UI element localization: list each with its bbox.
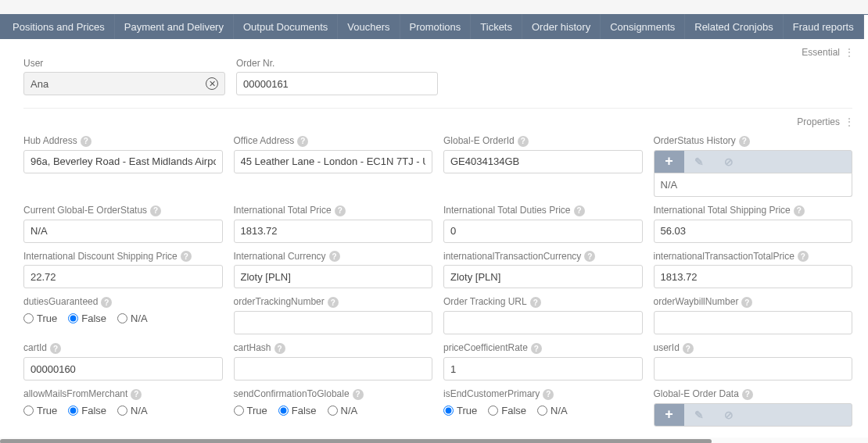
- intl-discount-ship-input[interactable]: [23, 265, 223, 288]
- user-field[interactable]: Ana ✕: [23, 72, 225, 95]
- allowmails-radios[interactable]: True False N/A: [23, 403, 223, 416]
- intl-currency-input[interactable]: [234, 265, 433, 288]
- tab-order-history[interactable]: Order history: [522, 14, 601, 39]
- delete-button-disabled: ⊘: [714, 404, 744, 426]
- allowmails-false-radio[interactable]: [68, 405, 78, 416]
- userid-input[interactable]: [654, 357, 853, 380]
- duties-na-radio[interactable]: [117, 313, 127, 323]
- sendconfirm-radios[interactable]: True False N/A: [234, 403, 433, 416]
- help-icon[interactable]: ?: [530, 297, 541, 308]
- isendcustomer-na-radio[interactable]: [537, 405, 547, 416]
- tab-positions-and-prices[interactable]: Positions and Prices: [3, 14, 115, 39]
- help-icon[interactable]: ?: [274, 343, 285, 354]
- help-icon[interactable]: ?: [518, 136, 529, 147]
- cartid-input[interactable]: [23, 357, 223, 380]
- intl-shipping-label: International Total Shipping Price?: [654, 205, 853, 216]
- isendcustomer-false-radio[interactable]: [488, 405, 498, 416]
- help-icon[interactable]: ?: [328, 297, 339, 308]
- tracking-number-input[interactable]: [234, 311, 433, 334]
- help-icon[interactable]: ?: [794, 205, 805, 216]
- help-icon[interactable]: ?: [181, 251, 192, 262]
- orderdata-label: Global-E Order Data?: [654, 388, 853, 400]
- orderdata-toolbar: + ✎ ⊘: [654, 403, 853, 427]
- duties-guaranteed-radios[interactable]: True False N/A: [23, 311, 223, 324]
- orderstatus-history-label: OrderStatus History?: [654, 135, 853, 147]
- isendcustomer-true-radio[interactable]: [443, 405, 454, 416]
- tab-payment-and-delivery[interactable]: Payment and Delivery: [115, 14, 234, 39]
- help-icon[interactable]: ?: [543, 389, 554, 400]
- globale-orderid-input[interactable]: [443, 150, 643, 173]
- tab-related-cronjobs[interactable]: Related Cronjobs: [685, 14, 783, 39]
- help-icon[interactable]: ?: [739, 136, 750, 147]
- orderstatus-history-toolbar: + ✎ ⊘: [654, 150, 853, 173]
- allowmails-label: allowMailsFromMerchant?: [23, 388, 223, 400]
- help-icon[interactable]: ?: [50, 343, 61, 354]
- allowmails-true-radio[interactable]: [23, 405, 34, 416]
- duties-true-radio[interactable]: [23, 313, 34, 323]
- office-address-label: Office Address?: [234, 135, 433, 147]
- scrollbar-thumb[interactable]: [0, 439, 712, 443]
- intl-duties-label: International Total Duties Price?: [443, 205, 643, 216]
- order-nr-input[interactable]: [236, 72, 438, 95]
- help-icon[interactable]: ?: [335, 205, 346, 216]
- hub-address-input[interactable]: [23, 150, 223, 173]
- carthash-input[interactable]: [234, 357, 433, 380]
- sendconfirm-na-radio[interactable]: [328, 405, 338, 416]
- clear-icon[interactable]: ✕: [206, 77, 218, 90]
- intl-discount-ship-label: International Discount Shipping Price?: [23, 251, 223, 263]
- tab-global-e-order[interactable]: Global-E Order: [864, 15, 868, 39]
- orderstatus-history-value[interactable]: N/A: [654, 173, 853, 197]
- help-icon[interactable]: ?: [531, 343, 542, 354]
- add-button[interactable]: +: [655, 404, 684, 426]
- cartid-label: cartId?: [23, 342, 223, 354]
- help-icon[interactable]: ?: [81, 136, 91, 147]
- pricecoef-input[interactable]: [443, 357, 643, 380]
- add-button[interactable]: +: [655, 151, 684, 173]
- help-icon[interactable]: ?: [574, 205, 585, 216]
- help-icon[interactable]: ?: [131, 389, 142, 400]
- tracking-url-label: Order Tracking URL?: [443, 296, 643, 308]
- help-icon[interactable]: ?: [101, 297, 112, 308]
- tracking-url-input[interactable]: [443, 311, 643, 334]
- carthash-label: cartHash?: [234, 342, 433, 354]
- intl-duties-input[interactable]: [443, 220, 643, 243]
- intl-txn-total-label: internationalTransactionTotalPrice?: [654, 251, 853, 263]
- help-icon[interactable]: ?: [683, 343, 694, 354]
- intl-txn-total-input[interactable]: [654, 265, 853, 288]
- edit-button-disabled: ✎: [684, 151, 714, 173]
- section-essential-header: Essential⋮: [23, 47, 852, 58]
- isendcustomer-label: isEndCustomerPrimary?: [443, 388, 643, 400]
- tabs-bar: Positions and PricesPayment and Delivery…: [0, 14, 868, 39]
- userid-label: userId?: [654, 342, 853, 354]
- help-icon[interactable]: ?: [742, 389, 753, 400]
- intl-shipping-input[interactable]: [654, 220, 853, 243]
- tab-promotions[interactable]: Promotions: [400, 14, 472, 39]
- tab-output-documents[interactable]: Output Documents: [234, 14, 338, 39]
- help-icon[interactable]: ?: [741, 297, 752, 308]
- delete-button-disabled: ⊘: [714, 151, 744, 173]
- allowmails-na-radio[interactable]: [117, 405, 127, 416]
- tab-consignments[interactable]: Consignments: [601, 14, 685, 39]
- help-icon[interactable]: ?: [798, 251, 809, 262]
- isendcustomer-radios[interactable]: True False N/A: [443, 403, 643, 416]
- current-status-input[interactable]: [23, 220, 223, 243]
- intl-total-label: International Total Price?: [234, 205, 433, 216]
- sendconfirm-false-radio[interactable]: [278, 405, 289, 416]
- tab-tickets[interactable]: Tickets: [471, 14, 522, 39]
- help-icon[interactable]: ?: [150, 205, 161, 216]
- help-icon[interactable]: ?: [353, 389, 364, 400]
- horizontal-scrollbar[interactable]: [0, 438, 868, 443]
- intl-currency-label: International Currency?: [234, 251, 433, 263]
- waybill-input[interactable]: [654, 311, 853, 334]
- duties-false-radio[interactable]: [68, 313, 78, 323]
- help-icon[interactable]: ?: [329, 251, 340, 262]
- help-icon[interactable]: ?: [297, 136, 308, 147]
- sendconfirm-true-radio[interactable]: [234, 405, 244, 416]
- tab-vouchers[interactable]: Vouchers: [338, 14, 400, 39]
- help-icon[interactable]: ?: [584, 251, 595, 262]
- tab-fraud-reports[interactable]: Fraud reports: [784, 14, 864, 39]
- intl-txn-currency-input[interactable]: [443, 265, 643, 288]
- office-address-input[interactable]: [234, 150, 433, 173]
- intl-total-input[interactable]: [234, 220, 433, 243]
- hub-address-label: Hub Address?: [23, 135, 223, 147]
